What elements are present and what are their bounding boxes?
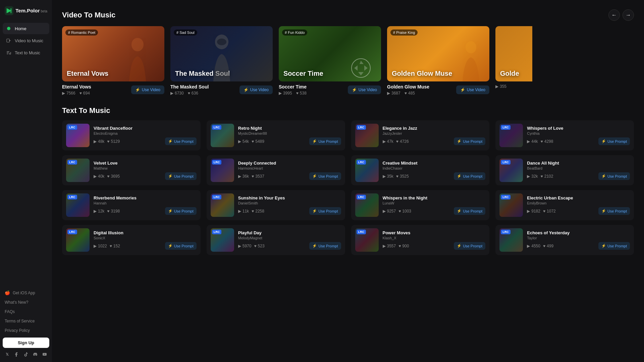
- music-thumb-wrap: LRC: [211, 193, 234, 217]
- use-prompt-button[interactable]: ⚡ Use Prompt: [454, 137, 485, 145]
- music-artist: HarmonicHeart: [238, 166, 341, 170]
- video-card-masked-soul[interactable]: # Sad Soul The Masked Soul The Masked So…: [170, 26, 273, 96]
- video-overlay-eternal-vows: Eternal Vows: [67, 70, 108, 77]
- music-card-4[interactable]: LRC Whispers of Love Cynthia ▶ 44k ♥ 429…: [495, 120, 634, 150]
- youtube-icon[interactable]: [42, 351, 48, 357]
- use-prompt-button[interactable]: ⚡ Use Prompt: [309, 137, 341, 145]
- tiktok-icon[interactable]: [23, 351, 29, 357]
- get-ios-app[interactable]: 🍎 Get iOS App: [3, 289, 49, 297]
- lrc-badge: LRC: [212, 195, 222, 199]
- person-silhouette: [124, 38, 151, 81]
- video-title-masked-soul: The Masked Soul ▶ 6730 ♥ 636: [170, 84, 209, 96]
- music-card-1[interactable]: LRC Vibrant Dancefloor ElectroEnigma ▶ 4…: [62, 120, 201, 150]
- music-stats: ▶ 1022 ♥ 152: [94, 244, 120, 248]
- social-links: 𝕏: [3, 350, 49, 357]
- use-prompt-button[interactable]: ⚡ Use Prompt: [598, 172, 630, 180]
- twitter-icon[interactable]: 𝕏: [4, 351, 10, 357]
- music-artist: MysticDreamer88: [238, 131, 341, 135]
- sidebar-item-video-to-music[interactable]: Video to Music: [3, 35, 49, 46]
- music-bottom-row: ▶ 11k ♥ 2258 ⚡ Use Prompt: [238, 207, 341, 215]
- play-count: ▶ 3557: [383, 244, 396, 248]
- terms-of-service[interactable]: Terms of Service: [3, 317, 49, 325]
- music-title: Deeply Connected: [238, 161, 341, 166]
- music-artist: LunaW: [383, 201, 486, 205]
- music-thumb-wrap: LRC: [355, 228, 379, 252]
- use-prompt-button[interactable]: ⚡ Use Prompt: [598, 207, 630, 215]
- video-next-button[interactable]: →: [623, 9, 634, 21]
- video-info-golden-glow: Golden Glow Muse ▶ 3687 ♥ 485 ⚡ Use Vide…: [387, 84, 489, 96]
- like-count: ♥ 523: [254, 244, 264, 248]
- use-video-soccer-time[interactable]: ⚡ Use Video: [348, 85, 381, 94]
- use-prompt-button[interactable]: ⚡ Use Prompt: [454, 172, 485, 180]
- sidebar-nav: Home Video to Music Text to: [0, 21, 52, 60]
- music-thumb-wrap: LRC: [66, 228, 90, 252]
- music-card-8[interactable]: LRC Dance All Night BeatBard ▶ 32k ♥ 210…: [495, 155, 634, 185]
- music-card-11[interactable]: LRC Whispers in the Night LunaW ▶ 9257 ♥…: [351, 190, 490, 220]
- music-bottom-row: ▶ 32k ♥ 2102 ⚡ Use Prompt: [527, 172, 630, 180]
- use-prompt-button[interactable]: ⚡ Use Prompt: [309, 172, 341, 180]
- video-card-eternal-vows[interactable]: # Romantic Poet Eternal Vows Eternal Vow…: [62, 26, 164, 96]
- music-title: Electric Urban Escape: [527, 195, 630, 200]
- sidebar-item-home[interactable]: Home: [3, 23, 49, 34]
- use-prompt-button[interactable]: ⚡ Use Prompt: [598, 137, 630, 145]
- video-card-golden-glow[interactable]: # Praise King Golden Glow Muse Golden Gl…: [387, 26, 489, 96]
- sidebar-item-text-to-music[interactable]: Text to Music: [3, 47, 49, 58]
- music-card-13[interactable]: LRC Digital Illusion SonicX ▶ 1022 ♥ 152…: [62, 225, 201, 255]
- music-card-16[interactable]: LRC Echoes of Yesterday Taylor ▶ 4550 ♥ …: [495, 225, 634, 255]
- music-info: Electric Urban Escape EmilyBrown ▶ 9182 …: [527, 195, 630, 215]
- music-card-3[interactable]: LRC Elegance in Jazz JazzyJester ▶ 47k ♥…: [351, 120, 490, 150]
- use-prompt-button[interactable]: ⚡ Use Prompt: [598, 242, 630, 250]
- use-prompt-button[interactable]: ⚡ Use Prompt: [309, 242, 341, 250]
- music-card-6[interactable]: LRC Deeply Connected HarmonicHeart ▶ 36k…: [207, 155, 345, 185]
- video-card-soccer-time[interactable]: # Fun Kiddo Soccer Time Soccer Time ▶ 39…: [279, 26, 381, 96]
- lightning-icon: ⚡: [135, 87, 140, 92]
- facebook-icon[interactable]: [13, 351, 19, 357]
- like-count: ♥ 3525: [396, 174, 409, 179]
- music-card-7[interactable]: LRC Creative Mindset IndieChaser ▶ 35k ♥…: [351, 155, 490, 185]
- sign-up-button[interactable]: Sign Up: [3, 338, 49, 348]
- music-bottom-row: ▶ 36k ♥ 3537 ⚡ Use Prompt: [238, 172, 341, 180]
- use-prompt-button[interactable]: ⚡ Use Prompt: [454, 207, 485, 215]
- privacy-policy[interactable]: Privacy Policy: [3, 327, 49, 334]
- use-prompt-button[interactable]: ⚡ Use Prompt: [165, 137, 197, 145]
- music-card-15[interactable]: LRC Power Moves Klash_X ▶ 3557 ♥ 900 ⚡ U…: [351, 225, 490, 255]
- lightning-icon: ⚡: [460, 87, 465, 92]
- lrc-badge: LRC: [67, 160, 77, 165]
- use-prompt-button[interactable]: ⚡ Use Prompt: [165, 172, 197, 180]
- svg-marker-15: [364, 65, 368, 71]
- video-info-eternal-vows: Eternal Vows ▶ 7566 ♥ 694 ⚡ Use Video: [62, 84, 164, 96]
- faqs[interactable]: FAQs: [3, 308, 49, 315]
- whats-new[interactable]: What's New?: [3, 299, 49, 306]
- music-card-9[interactable]: LRC Riverbend Memories Hannah ▶ 12k ♥ 31…: [62, 190, 201, 220]
- use-prompt-button[interactable]: ⚡ Use Prompt: [165, 207, 197, 215]
- use-video-golden-glow[interactable]: ⚡ Use Video: [456, 85, 489, 94]
- discord-icon[interactable]: [32, 351, 38, 357]
- music-card-14[interactable]: LRC Playful Day MelodyMagnet ▶ 5970 ♥ 52…: [207, 225, 345, 255]
- lrc-badge: LRC: [212, 125, 222, 130]
- like-count: ♥ 2102: [541, 174, 553, 179]
- use-prompt-button[interactable]: ⚡ Use Prompt: [165, 242, 197, 250]
- video-card-partial[interactable]: Golde ▶ 355: [495, 26, 532, 96]
- music-bottom-row: ▶ 1022 ♥ 152 ⚡ Use Prompt: [94, 242, 197, 250]
- music-stats: ▶ 5970 ♥ 523: [238, 244, 265, 248]
- golden-silhouette: [459, 41, 483, 81]
- music-bottom-row: ▶ 47k ♥ 4726 ⚡ Use Prompt: [383, 137, 486, 145]
- use-video-masked-soul[interactable]: ⚡ Use Video: [239, 85, 273, 94]
- video-thumb-partial: Golde: [495, 26, 532, 81]
- music-card-12[interactable]: LRC Electric Urban Escape EmilyBrown ▶ 9…: [495, 190, 634, 220]
- use-prompt-button[interactable]: ⚡ Use Prompt: [454, 242, 485, 250]
- music-stats: ▶ 32k ♥ 2102: [527, 174, 553, 179]
- music-info: Whispers in the Night LunaW ▶ 9257 ♥ 100…: [383, 195, 486, 215]
- svg-marker-4: [9, 40, 11, 41]
- partial-info: ▶ 355: [495, 84, 532, 89]
- music-artist: Taylor: [527, 236, 630, 240]
- plays-stat: ▶ 7566: [62, 91, 75, 96]
- music-card-5[interactable]: LRC Velvet Love Matthew ▶ 40k ♥ 3695 ⚡ U…: [62, 155, 201, 185]
- music-card-10[interactable]: LRC Sunshine in Your Eyes DanielSmith ▶ …: [207, 190, 345, 220]
- use-prompt-button[interactable]: ⚡ Use Prompt: [309, 207, 341, 215]
- use-video-eternal-vows[interactable]: ⚡ Use Video: [131, 85, 164, 94]
- video-prev-button[interactable]: ←: [608, 9, 620, 21]
- lightning-icon: ⚡: [168, 244, 173, 248]
- sidebar: Tem.Polorbeta Home Video to Music: [0, 0, 52, 362]
- music-card-2[interactable]: LRC Retro Night MysticDreamer88 ▶ 54k ♥ …: [207, 120, 345, 150]
